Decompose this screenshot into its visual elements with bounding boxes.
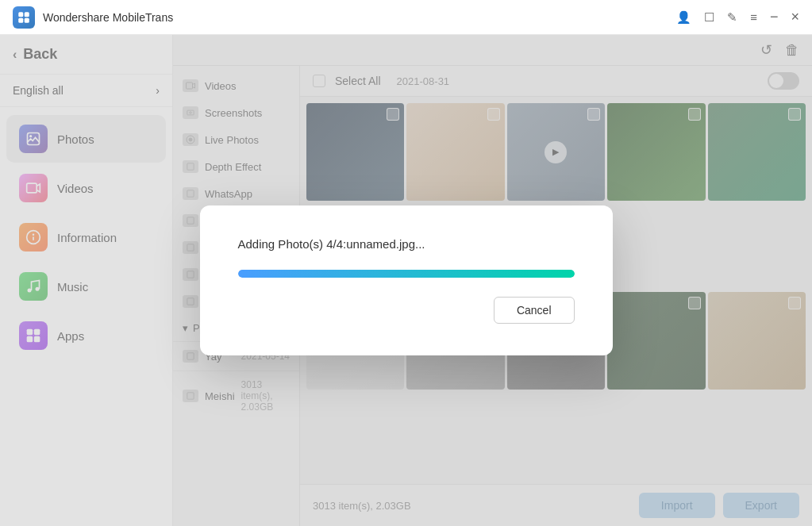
modal-actions: Cancel	[238, 297, 575, 324]
progress-bar-fill	[238, 270, 575, 278]
progress-modal: Adding Photo(s) 4/4:unnamed.jpg... Cance…	[200, 205, 613, 355]
edit-icon[interactable]: ✎	[727, 10, 737, 25]
profile-icon[interactable]: 👤	[676, 10, 691, 25]
title-bar: Wondershare MobileTrans 👤 ☐ ✎ ≡ − ×	[0, 0, 812, 35]
progress-bar-container	[238, 270, 575, 278]
svg-rect-2	[18, 17, 23, 22]
window-controls: 👤 ☐ ✎ ≡ − ×	[676, 9, 799, 25]
bookmark-icon[interactable]: ☐	[704, 10, 714, 25]
modal-overlay: Adding Photo(s) 4/4:unnamed.jpg... Cance…	[0, 35, 812, 526]
svg-rect-0	[18, 12, 23, 17]
modal-title: Adding Photo(s) 4/4:unnamed.jpg...	[238, 237, 575, 251]
svg-rect-3	[25, 17, 29, 22]
menu-icon[interactable]: ≡	[750, 10, 757, 24]
cancel-button[interactable]: Cancel	[494, 297, 575, 324]
svg-rect-1	[25, 12, 29, 17]
app-title: Wondershare MobileTrans	[43, 11, 676, 24]
app-logo	[13, 6, 35, 29]
minimize-button[interactable]: −	[770, 9, 779, 25]
close-button[interactable]: ×	[791, 9, 799, 25]
main-container: ‹ Back English all › Photos	[0, 35, 812, 526]
